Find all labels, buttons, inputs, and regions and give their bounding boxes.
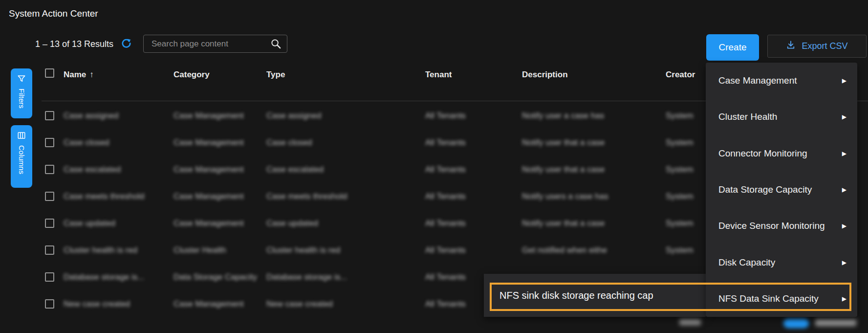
results-count: 1 – 13 of 13 Results: [35, 39, 113, 49]
cell-category: Case Management: [174, 192, 244, 201]
sort-asc-icon: ↑: [89, 70, 94, 79]
download-icon: [786, 40, 796, 52]
cell-category: Case Management: [174, 165, 244, 175]
cell-tenant: All Tenants: [425, 138, 466, 148]
menu-item-nfs-data-sink-capacity[interactable]: NFS Data Sink Capacity ▶: [706, 281, 857, 317]
submenu-item-nfs-sink-disk-storage[interactable]: NFS sink disk storage reaching cap: [484, 290, 653, 301]
cell-tenant: All Tenants: [425, 272, 466, 282]
cell-tenant: All Tenants: [425, 111, 466, 121]
chevron-right-icon: ▶: [842, 186, 846, 193]
row-checkbox[interactable]: [45, 111, 54, 120]
cell-type: New case created: [266, 299, 333, 309]
cell-creator: System: [666, 165, 694, 175]
menu-item-case-management[interactable]: Case Management ▶: [706, 63, 857, 99]
row-checkbox[interactable]: [45, 245, 54, 255]
cell-creator: System: [666, 138, 694, 148]
menu-item-label: Connector Monitoring: [718, 148, 807, 159]
menu-item-disk-capacity[interactable]: Disk Capacity ▶: [706, 244, 857, 280]
column-header-type[interactable]: Type: [266, 70, 285, 80]
menu-item-label: Disk Capacity: [718, 257, 775, 268]
cell-creator: System: [666, 219, 694, 228]
menu-item-label: Cluster Health: [718, 111, 777, 122]
row-checkbox[interactable]: [45, 165, 54, 174]
create-menu: Case Management ▶ Cluster Health ▶ Conne…: [706, 63, 857, 317]
cell-description: Notify user that a case: [522, 219, 605, 228]
cell-type: Database storage is...: [266, 272, 347, 282]
cell-name: New case created: [64, 299, 130, 309]
select-all-checkbox[interactable]: [45, 68, 54, 78]
chevron-right-icon: ▶: [842, 77, 846, 84]
menu-item-cluster-health[interactable]: Cluster Health ▶: [706, 99, 857, 135]
menu-item-label: Data Storage Capacity: [718, 184, 812, 195]
cell-creator: System: [666, 111, 694, 121]
cell-name: Case meets threshold: [64, 192, 144, 201]
cell-creator: System: [666, 245, 694, 255]
row-checkbox[interactable]: [45, 219, 54, 228]
blurred-status-label: [815, 319, 856, 326]
cell-type: Case meets threshold: [266, 192, 347, 201]
cell-description: Notify user that a case: [522, 165, 605, 175]
cell-description: Get notified when eithe: [522, 245, 607, 255]
row-checkbox[interactable]: [45, 192, 54, 201]
create-button[interactable]: Create: [706, 34, 759, 61]
cell-name: Case updated: [64, 219, 115, 228]
menu-item-label: NFS Data Sink Capacity: [718, 293, 819, 304]
cell-tenant: All Tenants: [425, 219, 466, 228]
export-csv-button[interactable]: Export CSV: [767, 35, 867, 58]
cell-type: Case updated: [266, 219, 318, 228]
cell-type: Case closed: [266, 138, 312, 148]
cell-description: Notify users a case has: [522, 192, 608, 201]
page-title: System Action Center: [9, 8, 98, 19]
chevron-right-icon: ▶: [842, 113, 846, 120]
cell-type: Case assigned: [266, 111, 321, 121]
export-csv-label: Export CSV: [802, 41, 847, 51]
cell-category: Case Management: [174, 299, 244, 309]
cell-tenant: All Tenants: [425, 299, 466, 309]
menu-item-label: Case Management: [718, 75, 797, 86]
chevron-right-icon: ▶: [842, 222, 846, 229]
cell-creator: System: [666, 192, 694, 201]
search-container: [143, 35, 287, 53]
cell-category: Cluster Health: [174, 245, 226, 255]
cell-tenant: All Tenants: [425, 192, 466, 201]
create-submenu: NFS sink disk storage reaching cap: [484, 274, 706, 317]
cell-category: Case Management: [174, 111, 244, 121]
row-checkbox[interactable]: [45, 299, 54, 309]
chevron-right-icon: ▶: [842, 259, 846, 266]
column-header-name[interactable]: Name↑: [64, 70, 94, 80]
chevron-right-icon: ▶: [842, 150, 846, 157]
row-checkbox[interactable]: [45, 272, 54, 282]
column-header-creator[interactable]: Creator: [666, 70, 695, 80]
status-toggle[interactable]: [783, 318, 809, 328]
cell-type: Cluster health is red: [266, 245, 340, 255]
column-header-category[interactable]: Category: [174, 70, 210, 80]
column-header-description[interactable]: Description: [522, 70, 568, 80]
menu-item-connector-monitoring[interactable]: Connector Monitoring ▶: [706, 135, 857, 172]
cell-description: Notify user a case has: [522, 111, 604, 121]
menu-item-device-sensor-monitoring[interactable]: Device Sensor Monitoring ▶: [706, 208, 857, 244]
menu-item-label: Device Sensor Monitoring: [718, 221, 825, 231]
chevron-right-icon: ▶: [842, 295, 846, 302]
cell-name: Cluster health is red: [64, 245, 137, 255]
cell-name: Case assigned: [64, 111, 118, 121]
refresh-icon: [121, 43, 132, 50]
cell-name: Case closed: [64, 138, 109, 148]
search-input[interactable]: [143, 35, 287, 53]
column-header-tenant[interactable]: Tenant: [425, 70, 452, 80]
search-icon: [270, 38, 282, 51]
blurred-creator-fragment: [679, 319, 701, 325]
cell-type: Case escalated: [266, 165, 324, 175]
cell-description: Notify user that a case: [522, 138, 605, 148]
cell-name: Case escalated: [64, 165, 121, 175]
menu-item-data-storage-capacity[interactable]: Data Storage Capacity ▶: [706, 172, 857, 208]
refresh-button[interactable]: [120, 38, 132, 49]
cell-category: Case Management: [174, 219, 244, 228]
cell-name: Database storage is...: [64, 272, 144, 282]
cell-tenant: All Tenants: [425, 245, 466, 255]
cell-tenant: All Tenants: [425, 165, 466, 175]
row-checkbox[interactable]: [45, 138, 54, 147]
cell-category: Case Management: [174, 138, 244, 148]
cell-category: Data Storage Capacity: [174, 272, 257, 282]
